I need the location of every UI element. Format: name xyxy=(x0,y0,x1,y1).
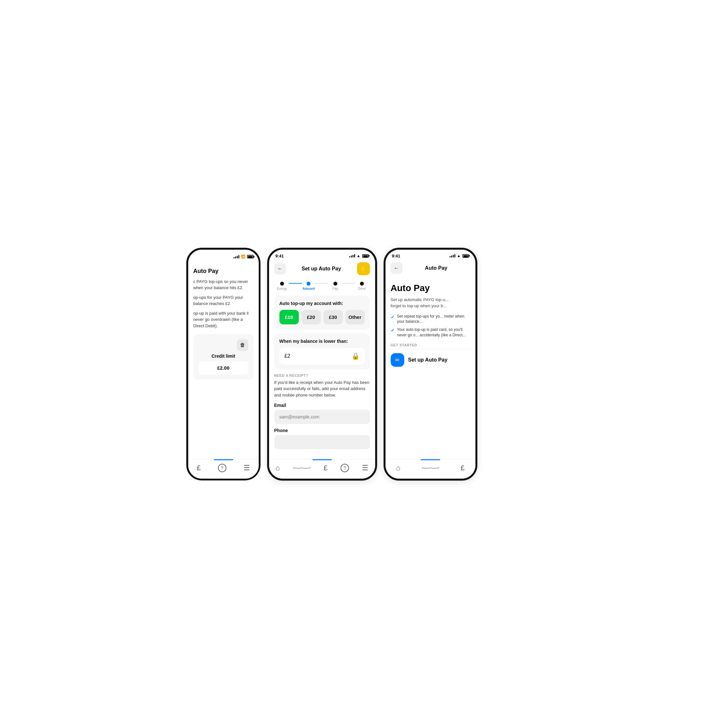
amount-20-button[interactable]: £20 xyxy=(301,310,321,324)
status-bar: 9:41 ▲ xyxy=(385,250,476,260)
topup-card: Auto top-up my account with: £10 £20 £30… xyxy=(274,295,370,330)
nav-menu[interactable]: ☰ xyxy=(241,462,252,474)
subtitle-text: Set up automatic PAYG top-u...forget to … xyxy=(391,297,470,309)
body-text-2: op-ups for your PAYG your balance reache… xyxy=(193,294,254,307)
infinity-icon: ∞ xyxy=(391,353,404,367)
feature-item-1: ✓ Set repeat top-ups for yo... meter whe… xyxy=(391,314,470,325)
get-started-label: GET STARTED xyxy=(391,343,470,347)
balance-value: £2 xyxy=(284,353,291,359)
wifi-icon: ▲ xyxy=(357,254,361,258)
checkmark-icon-2: ✓ xyxy=(391,327,395,334)
setup-btn-label: Set up Auto Pay xyxy=(408,357,448,363)
nav-home[interactable]: ⌂ xyxy=(393,462,403,474)
nav-activity[interactable]: ◦—◦—◦ xyxy=(290,463,313,473)
right-phone: 9:41 ▲ ← Auto Pay Auto Pay Set up automa… xyxy=(384,248,477,480)
battery-icon xyxy=(247,255,254,258)
balance-input: £2 🔒 xyxy=(280,348,365,364)
nav-help[interactable]: ? xyxy=(338,462,352,474)
signal-icon xyxy=(349,254,355,257)
lightning-icon: ⚡ xyxy=(359,265,367,273)
email-input[interactable] xyxy=(274,410,370,424)
step-pay: Pay xyxy=(329,282,342,291)
email-label: Email xyxy=(274,403,370,408)
feature-item-2: ✓ Your auto top-up is paid card, so you'… xyxy=(391,327,470,338)
body-text-1: c PAYG top-ups so you never when your ba… xyxy=(193,278,254,291)
wifi-icon: 📶 xyxy=(241,254,245,259)
phone-input[interactable] xyxy=(274,435,370,449)
page-title: Auto Pay xyxy=(193,268,254,275)
balance-card: When my balance is lower than: £2 🔒 xyxy=(274,333,370,370)
page-title: Auto Pay xyxy=(391,283,470,293)
nav-header: ← Auto Pay xyxy=(385,260,476,277)
bottom-navigation: ⌂ ◦—◦—◦ £ xyxy=(385,459,476,479)
battery-icon xyxy=(462,254,469,258)
amount-30-button[interactable]: £30 xyxy=(323,310,343,324)
nav-billing[interactable]: £ xyxy=(321,462,330,474)
progress-steps: Energy Amount Pay Done xyxy=(269,278,375,293)
receipt-section: NEED A RECEIPT? If you'd like a receipt … xyxy=(274,373,370,453)
nav-billing[interactable]: £ xyxy=(194,462,203,474)
nav-billing[interactable]: £ xyxy=(458,462,467,474)
bottom-navigation: £ ? ☰ xyxy=(188,459,259,479)
signal-icon xyxy=(450,254,455,257)
nav-help[interactable]: ? xyxy=(216,462,229,474)
credit-label: Credit limit xyxy=(199,353,248,359)
battery-icon xyxy=(362,254,369,258)
lock-icon: 🔒 xyxy=(352,352,359,360)
feature-list: ✓ Set repeat top-ups for yo... meter whe… xyxy=(391,314,470,338)
status-bar: 9:41 ▲ xyxy=(269,250,375,260)
amount-options: £10 £20 £30 Other xyxy=(280,310,365,324)
receipt-label: NEED A RECEIPT? xyxy=(274,373,370,378)
back-button[interactable]: ← xyxy=(391,262,402,274)
back-button[interactable]: ← xyxy=(274,263,286,275)
credit-card: 🗑 Credit limit £2.00 xyxy=(193,334,254,380)
action-button[interactable]: ⚡ xyxy=(357,262,370,275)
nav-title: Auto Pay xyxy=(402,265,470,271)
center-phone: 9:41 ▲ ← Set up Auto Pay ⚡ xyxy=(267,248,377,480)
step-done: Done xyxy=(355,282,369,291)
topup-title: Auto top-up my account with: xyxy=(280,301,365,306)
amount-10-button[interactable]: £10 xyxy=(280,310,299,324)
setup-autopay-button[interactable]: ∞ Set up Auto Pay xyxy=(391,353,470,367)
time-display: 9:41 xyxy=(392,254,401,258)
nav-home[interactable]: ⌂ xyxy=(273,462,282,474)
receipt-description: If you'd like a receipt when your Auto P… xyxy=(274,379,370,398)
signal-icon xyxy=(234,255,239,258)
checkmark-icon: ✓ xyxy=(391,314,395,321)
delete-icon[interactable]: 🗑 xyxy=(237,339,248,351)
balance-title: When my balance is lower than: xyxy=(280,339,365,344)
body-text-3: op-up is paid with your bank ll never go… xyxy=(193,310,254,329)
nav-title: Set up Auto Pay xyxy=(286,266,357,272)
divider xyxy=(391,349,470,349)
nav-menu[interactable]: ☰ xyxy=(359,462,371,474)
amount-other-button[interactable]: Other xyxy=(346,310,365,324)
credit-value: £2.00 xyxy=(199,361,248,375)
phone-label: Phone xyxy=(274,428,370,433)
wifi-icon: ▲ xyxy=(457,254,461,258)
bottom-navigation: ⌂ ◦—◦—◦ £ ? ☰ xyxy=(269,459,375,479)
nav-activity[interactable]: ◦—◦—◦ xyxy=(419,463,442,473)
left-phone: 📶 Auto Pay c PAYG top-ups so you never w… xyxy=(186,248,261,480)
nav-header: ← Set up Auto Pay ⚡ xyxy=(269,260,375,278)
step-energy: Energy xyxy=(275,282,289,291)
time-display: 9:41 xyxy=(275,254,284,258)
step-amount: Amount xyxy=(302,282,315,291)
